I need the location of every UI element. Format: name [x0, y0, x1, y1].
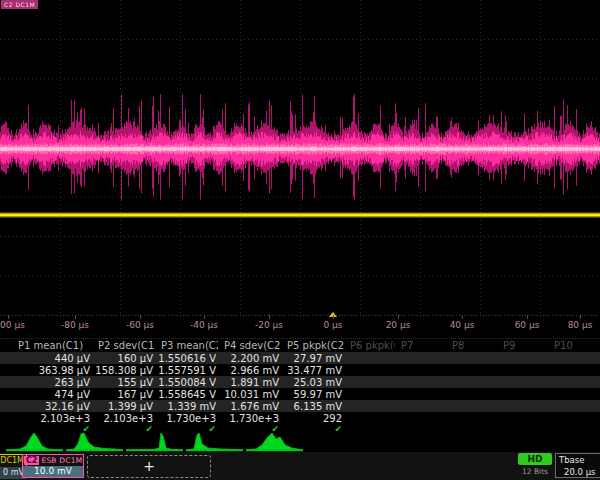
timebase-label: Tbase — [556, 454, 600, 465]
hd-indicator: HD 12 Bits — [517, 453, 553, 476]
measure-value: 167 µV — [92, 389, 155, 400]
trace-overlay-badge: C2 DC1M — [1, 0, 38, 9]
axis-tick — [75, 315, 76, 319]
measure-row: 440 µV160 µV1.550616 V2.200 mV27.97 mV — [0, 352, 600, 364]
c2-channel-badge: C2 — [24, 456, 39, 465]
c2-coupling: ESB DC1M — [41, 456, 82, 465]
measure-value: 1.550084 V — [155, 377, 218, 388]
axis-time-label: -20 µs — [255, 320, 283, 330]
measure-value: 6.135 mV — [281, 401, 344, 412]
measure-value: 1.399 µV — [92, 401, 155, 412]
c1-flat-trace — [0, 0, 600, 316]
param-header-3[interactable]: P3 mean(C2) — [155, 340, 218, 351]
measure-value: 33.477 mV — [281, 365, 344, 376]
measure-value: 2.200 mV — [218, 353, 281, 364]
measure-value: 1.730e+3 — [218, 413, 281, 424]
param-header-7[interactable]: P7 — [395, 340, 446, 351]
measure-value: 27.97 mV — [281, 353, 344, 364]
timebase-value: 20.0 µs — [556, 465, 600, 477]
measure-value: 263 µV — [0, 377, 92, 388]
measure-value: 1.339 mV — [155, 401, 218, 412]
axis-time-label: 20 µs — [386, 320, 411, 330]
axis-tick — [462, 315, 463, 319]
waveform-plot-area[interactable]: C2 DC1M — [0, 0, 600, 316]
c2-descriptor-box[interactable]: C2 ESB DC1M 10.0 mV — [22, 454, 84, 478]
timebase-box[interactable]: Tbase 20.0 µs — [555, 453, 600, 478]
histicon-P2[interactable] — [66, 430, 124, 452]
axis-tick — [333, 315, 334, 319]
param-header-5[interactable]: P5 pkpk(C2) — [281, 340, 344, 351]
histicon-row — [0, 430, 600, 452]
measure-value: 363.98 µV — [0, 365, 92, 376]
measure-value: 1.676 mV — [218, 401, 281, 412]
histicon-P1[interactable] — [6, 430, 64, 452]
measure-value: 1.558645 V — [155, 389, 218, 400]
measure-row: 263 µV155 µV1.550084 V1.891 mV25.03 mV — [0, 376, 600, 388]
timebase-axis: -100 µs-80 µs-60 µs-40 µs-20 µs0 µs20 µs… — [0, 315, 600, 337]
axis-tick — [580, 315, 581, 319]
measure-value: 2.103e+3 — [0, 413, 92, 424]
axis-time-label: 0 µs — [323, 320, 342, 330]
measure-value: 1.557591 V — [155, 365, 218, 376]
measure-value: 292 — [281, 413, 344, 424]
param-header-1[interactable]: P1 mean(C1) — [0, 340, 92, 351]
hd-badge: HD — [518, 453, 552, 465]
measure-row: 474 µV167 µV1.558645 V10.031 mV59.97 mV — [0, 388, 600, 400]
measurement-table: P1 mean(C1)P2 sdev(C1)P3 mean(C2)P4 sdev… — [0, 338, 600, 434]
measure-value: 158.308 µV — [92, 365, 155, 376]
param-header-4[interactable]: P4 sdev(C2) — [218, 340, 281, 351]
axis-time-label: -100 µs — [0, 320, 25, 330]
axis-time-label: 60 µs — [515, 320, 540, 330]
axis-time-label: -80 µs — [61, 320, 89, 330]
hd-bits-label: 12 Bits — [517, 467, 553, 476]
bottom-toolbar: DC1M 0 mV C2 ESB DC1M 10.0 mV + HD 12 Bi… — [0, 452, 600, 480]
measure-row: 363.98 µV158.308 µV1.557591 V2.966 mV33.… — [0, 364, 600, 376]
oscilloscope-screen: C2 DC1M -100 µs-80 µs-60 µs-40 µs-20 µs0… — [0, 0, 600, 480]
histicon-P4[interactable] — [186, 430, 244, 452]
measure-row: 32.16 µV1.399 µV1.339 mV1.676 mV6.135 mV — [0, 400, 600, 412]
measure-value: 25.03 mV — [281, 377, 344, 388]
axis-time-label: -60 µs — [126, 320, 154, 330]
axis-tick — [140, 315, 141, 319]
measure-value: 32.16 µV — [0, 401, 92, 412]
measure-value: 474 µV — [0, 389, 92, 400]
measure-value: 160 µV — [92, 353, 155, 364]
histicon-P3[interactable] — [126, 430, 184, 452]
measure-value: 1.550616 V — [155, 353, 218, 364]
measure-value: 2.966 mV — [218, 365, 281, 376]
axis-tick — [204, 315, 205, 319]
measure-value: 59.97 mV — [281, 389, 344, 400]
axis-tick — [8, 315, 9, 319]
histicon-P5[interactable] — [246, 430, 304, 452]
param-header-9[interactable]: P9 — [497, 340, 548, 351]
add-trace-button[interactable]: + — [87, 455, 211, 478]
measure-value: 1.730e+3 — [155, 413, 218, 424]
measure-value: 10.031 mV — [218, 389, 281, 400]
axis-tick — [527, 315, 528, 319]
axis-tick — [269, 315, 270, 319]
param-header-10[interactable]: P10 — [548, 340, 599, 351]
measure-value: 440 µV — [0, 353, 92, 364]
axis-time-label: 80 µs — [568, 320, 593, 330]
param-header-8[interactable]: P8 — [446, 340, 497, 351]
param-header-6[interactable]: P6 pkpk(C3) — [344, 340, 395, 351]
measure-value: 2.103e+3 — [92, 413, 155, 424]
axis-time-label: 40 µs — [450, 320, 475, 330]
param-header-2[interactable]: P2 sdev(C1) — [92, 340, 155, 351]
measure-value: 155 µV — [92, 377, 155, 388]
plus-icon: + — [143, 458, 155, 474]
axis-time-label: -40 µs — [190, 320, 218, 330]
measure-value: 1.891 mV — [218, 377, 281, 388]
c2-vertical-scale: 10.0 mV — [23, 466, 83, 477]
axis-tick — [398, 315, 399, 319]
